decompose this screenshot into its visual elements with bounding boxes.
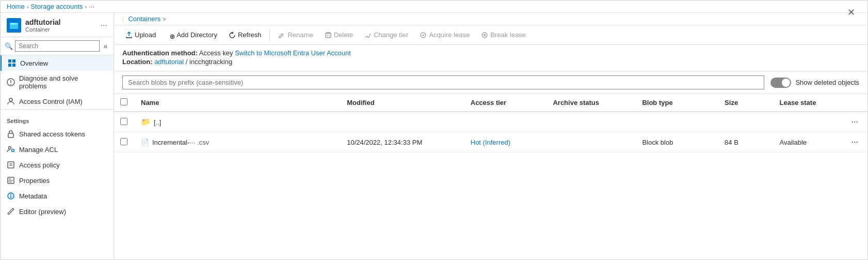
break-lease-button[interactable]: Break lease	[476, 28, 531, 41]
auth-value: Access key	[199, 49, 233, 57]
metadata-icon	[7, 192, 15, 200]
blob-table: Name Modified Access tier Archive status…	[114, 94, 867, 152]
header-access-tier[interactable]: Access tier	[464, 94, 547, 112]
pipe-separator: |	[122, 15, 124, 23]
breadcrumb-dots[interactable]: ···	[89, 3, 94, 10]
rename-icon	[278, 32, 285, 39]
header-checkbox[interactable]	[120, 98, 127, 105]
sidebar-collapse-button[interactable]: «	[102, 41, 110, 51]
breadcrumb-sep-1: ›	[27, 4, 29, 10]
upload-icon	[125, 32, 133, 39]
access-control-icon	[7, 97, 15, 105]
delete-icon	[325, 32, 332, 39]
svg-point-10	[10, 84, 11, 85]
svg-rect-15	[8, 162, 14, 168]
metadata-label: Metadata	[19, 192, 47, 200]
nav-metadata[interactable]: Metadata	[1, 188, 114, 204]
change-tier-button[interactable]: Change tier	[359, 28, 413, 41]
sidebar-title-group: adftutorial Container	[25, 18, 97, 33]
nav-shared-access-tokens[interactable]: Shared access tokens	[1, 126, 114, 142]
nav-overview[interactable]: Overview	[1, 55, 114, 71]
row1-checkbox-cell	[114, 112, 135, 132]
access-policy-icon	[7, 161, 15, 169]
show-deleted-toggle-group: Show deleted objects	[770, 78, 859, 88]
properties-label: Properties	[19, 177, 50, 185]
row2-extension: .csv	[197, 139, 209, 146]
row2-size: 84 B	[718, 132, 773, 152]
properties-icon	[7, 176, 15, 185]
row2-archive-status	[546, 132, 636, 152]
nav-access-control[interactable]: Access Control (IAM)	[1, 94, 114, 109]
row2-blob-type: Block blob	[636, 132, 718, 152]
row1-name[interactable]: [..]	[154, 118, 161, 126]
blob-table-area: Name Modified Access tier Archive status…	[114, 94, 867, 259]
svg-point-3	[13, 23, 14, 24]
shared-access-icon	[7, 130, 15, 138]
breadcrumb: Home › Storage accounts › ···	[1, 1, 867, 12]
top-bar: Home › Storage accounts › ··· ✕	[1, 1, 867, 13]
overview-icon	[8, 59, 16, 67]
header-modified[interactable]: Modified	[341, 94, 464, 112]
breadcrumb-sep-2: ›	[85, 4, 87, 10]
breadcrumb-storage-accounts[interactable]: Storage accounts	[30, 3, 83, 10]
header-archive-status[interactable]: Archive status	[546, 94, 636, 112]
row2-access-tier: Hot (Inferred)	[464, 132, 547, 152]
row2-name[interactable]: Incremental-···	[152, 139, 195, 146]
header-size[interactable]: Size	[718, 94, 773, 112]
blob-search-input[interactable]	[122, 75, 764, 89]
sidebar-title: adftutorial	[25, 18, 97, 26]
auth-label: Authentication method:	[122, 49, 198, 57]
location-link1[interactable]: adftutorial	[154, 58, 184, 66]
folder-icon: 📁	[141, 117, 151, 127]
nav-access-policy[interactable]: Access policy	[1, 157, 114, 173]
container-icon	[9, 21, 19, 30]
row1-more-button[interactable]: ···	[848, 116, 861, 128]
sidebar-search-area: 🔍 «	[1, 37, 114, 55]
sidebar-subtitle: Container	[25, 26, 97, 33]
svg-point-2	[11, 23, 12, 24]
acquire-lease-button[interactable]: Acquire lease	[414, 28, 475, 41]
row2-checkbox[interactable]	[120, 138, 127, 145]
row1-archive-status	[546, 112, 636, 132]
breadcrumb-home[interactable]: Home	[7, 3, 25, 10]
access-policy-label: Access policy	[19, 161, 60, 169]
header-lease-state[interactable]: Lease state	[774, 94, 842, 112]
containers-link[interactable]: Containers	[128, 15, 160, 23]
svg-rect-7	[12, 64, 15, 67]
location-sep: /	[186, 58, 188, 66]
row1-access-tier	[464, 112, 547, 132]
auth-switch-link[interactable]: Switch to Microsoft Entra User Account	[235, 49, 351, 57]
row1-more-cell: ···	[842, 112, 867, 132]
refresh-icon	[229, 32, 236, 39]
nav-diagnose[interactable]: Diagnose and solve problems	[1, 71, 114, 94]
upload-button[interactable]: Upload	[120, 28, 161, 41]
sidebar-search-input[interactable]	[15, 40, 100, 52]
refresh-button[interactable]: Refresh	[223, 28, 267, 41]
close-button[interactable]: ✕	[843, 5, 859, 20]
rename-button[interactable]: Rename	[273, 28, 318, 41]
show-deleted-toggle[interactable]	[770, 78, 791, 88]
nav-properties[interactable]: Properties	[1, 173, 114, 188]
shared-access-label: Shared access tokens	[19, 130, 85, 138]
row1-lease-state	[774, 112, 842, 132]
delete-button[interactable]: Delete	[319, 28, 359, 41]
row1-checkbox[interactable]	[120, 118, 127, 125]
location-label: Location:	[122, 58, 153, 66]
header-name[interactable]: Name	[135, 94, 341, 112]
diagnose-icon	[7, 78, 15, 86]
header-blob-type[interactable]: Blob type	[636, 94, 718, 112]
change-tier-icon	[364, 32, 372, 39]
nav-editor[interactable]: Editor (preview)	[1, 204, 114, 219]
sidebar: adftutorial Container ··· 🔍 « Overview	[1, 13, 114, 259]
sidebar-more-options[interactable]: ···	[101, 21, 107, 29]
main-area: adftutorial Container ··· 🔍 « Overview	[1, 13, 867, 259]
nav-manage-acl[interactable]: Manage ACL	[1, 142, 114, 157]
info-bar: Authentication method: Access key Switch…	[114, 45, 867, 71]
search-icon: 🔍	[5, 42, 13, 50]
row2-more-button[interactable]: ···	[848, 136, 861, 148]
add-directory-button[interactable]: Add Directory	[162, 28, 222, 41]
acquire-lease-icon	[420, 32, 427, 39]
access-control-label: Access Control (IAM)	[19, 98, 83, 105]
manage-acl-icon	[7, 145, 15, 154]
containers-sep: >	[163, 16, 166, 22]
